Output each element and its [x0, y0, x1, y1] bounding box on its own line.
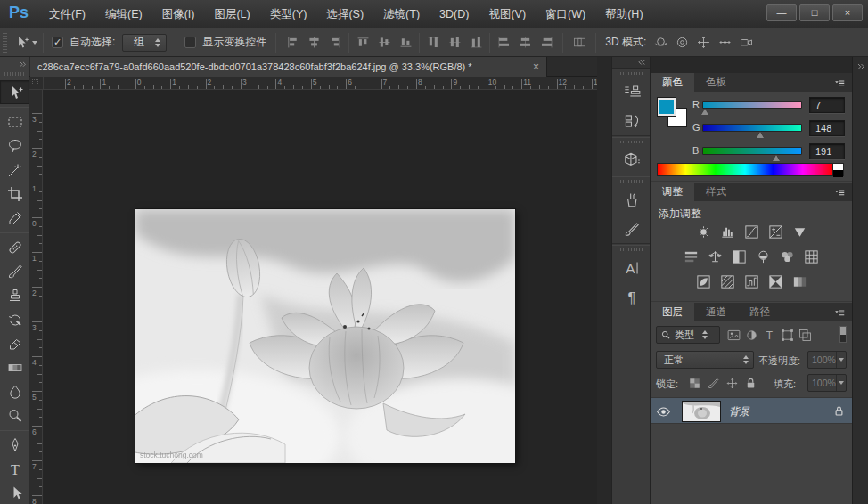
layers-panel-tab-2[interactable]: 通道	[694, 303, 738, 321]
color-panel-tab-1[interactable]: 颜色	[651, 73, 694, 92]
layer-filtering-toggle[interactable]	[839, 326, 847, 343]
dock-panel-tool-presets-button[interactable]	[612, 184, 651, 214]
color-spectrum-ramp[interactable]	[657, 163, 833, 176]
adjustment-gradient-map-button[interactable]	[766, 272, 785, 290]
3d-slide-button[interactable]	[715, 33, 734, 53]
adjustment-invert-button[interactable]	[693, 272, 713, 290]
tool-dodge[interactable]	[0, 403, 29, 427]
dock-panel-character-button[interactable]: A	[612, 253, 651, 282]
menu-item-f[interactable]: 文件(F)	[39, 0, 95, 28]
slider-value-b[interactable]: 191	[809, 143, 845, 159]
tool-spot-healing-brush[interactable]	[0, 235, 29, 259]
align-bottom-button[interactable]	[396, 33, 415, 53]
slider-thumb-b[interactable]	[773, 155, 780, 161]
adjustments-panel-tab-1[interactable]: 调整	[651, 183, 694, 201]
close-button[interactable]: ×	[832, 4, 863, 21]
layer-visibility-toggle[interactable]	[651, 398, 676, 425]
document-tab[interactable]: c286ca7ecc6f7a79-a0afd660aad520fe-dbdcd0…	[30, 57, 547, 77]
dist-top-button[interactable]	[423, 33, 443, 53]
tool-history-brush[interactable]	[0, 307, 29, 331]
3d-zoom-camera-button[interactable]	[736, 33, 756, 53]
adjustment-color-lookup-button[interactable]	[802, 248, 822, 265]
type-layer-filter-button[interactable]: T	[761, 327, 778, 344]
adjustment-color-balance-button[interactable]	[706, 248, 725, 265]
slider-thumb-r[interactable]	[701, 109, 708, 115]
move-tool-preset-icon[interactable]	[12, 33, 31, 53]
dist-v-center-button[interactable]	[445, 33, 464, 53]
menu-item-s[interactable]: 选择(S)	[316, 0, 373, 28]
color-panel-tab-2[interactable]: 色板	[694, 73, 738, 92]
lock-position-button[interactable]	[724, 375, 740, 391]
adjustment-brightness-contrast-button[interactable]	[693, 223, 713, 240]
menu-item-v[interactable]: 视图(V)	[479, 0, 536, 28]
layers-panel-tab-1[interactable]: 图层	[651, 303, 694, 321]
align-v-center-button[interactable]	[374, 33, 394, 53]
slider-thumb-g[interactable]	[757, 132, 764, 138]
adjustment-exposure-button[interactable]	[766, 223, 785, 240]
adjustment-hue-saturation-button[interactable]	[682, 248, 701, 265]
tool-eyedropper[interactable]	[0, 206, 29, 230]
color-panel-flyout-button[interactable]	[831, 73, 848, 92]
collapse-panels-button[interactable]	[855, 61, 867, 72]
tool-crop[interactable]	[0, 182, 29, 206]
ruler-corner[interactable]	[29, 77, 44, 90]
align-right-button[interactable]	[325, 33, 345, 53]
tool-brush[interactable]	[0, 259, 29, 283]
minimize-button[interactable]: —	[766, 4, 797, 21]
dock-gripper[interactable]	[612, 69, 650, 77]
dist-right-button[interactable]	[536, 33, 556, 53]
pixel-layer-filter-button[interactable]	[725, 327, 742, 344]
adjustment-curves-button[interactable]	[741, 223, 761, 240]
3d-roll-button[interactable]	[672, 33, 692, 53]
dock-gripper[interactable]	[612, 246, 650, 253]
menu-item-l[interactable]: 图层(L)	[204, 0, 259, 28]
adjustment-channel-mixer-button[interactable]	[778, 248, 798, 265]
dock-panel-brush-presets-button[interactable]	[612, 214, 651, 243]
menu-item-y[interactable]: 类型(Y)	[260, 0, 317, 28]
menu-item-e[interactable]: 编辑(E)	[95, 0, 152, 28]
auto-select-target-dropdown[interactable]: 组	[122, 34, 167, 52]
layer-thumbnail[interactable]	[682, 401, 721, 422]
show-transform-checkbox[interactable]	[184, 37, 196, 48]
tool-blur[interactable]	[0, 379, 29, 403]
tool-quick-selection[interactable]	[0, 158, 29, 182]
3d-orbit-button[interactable]	[651, 33, 670, 53]
dist-bottom-button[interactable]	[466, 33, 486, 53]
adjustment-vibrance-button[interactable]	[790, 223, 809, 240]
options-bar-gripper[interactable]	[3, 33, 7, 53]
dock-panel-3d-button[interactable]	[612, 145, 651, 175]
toolbox-gripper[interactable]	[4, 72, 25, 76]
opacity-dropdown[interactable]: 100%	[807, 351, 847, 369]
lock-all-button[interactable]	[742, 375, 758, 391]
layers-panel-tab-3[interactable]: 路径	[738, 303, 782, 321]
horizontal-ruler[interactable]: 21012345678910111213	[44, 77, 597, 90]
maximize-button[interactable]: □	[799, 4, 830, 21]
toolbox-collapse-button[interactable]	[0, 59, 29, 69]
dock-panel-paragraph-button[interactable]: ¶	[612, 282, 651, 312]
align-left-button[interactable]	[283, 33, 302, 53]
align-top-button[interactable]	[353, 33, 373, 53]
adjustments-panel-tab-2[interactable]: 样式	[694, 183, 738, 201]
slider-track-g[interactable]	[702, 124, 802, 132]
foreground-color-swatch[interactable]	[657, 97, 676, 117]
dock-panel-clone-source-button[interactable]	[612, 77, 651, 106]
adjustment-threshold-button[interactable]	[741, 272, 761, 290]
tool-horizontal-type[interactable]: T	[0, 457, 29, 481]
layers-panel-flyout-button[interactable]	[831, 303, 848, 321]
shape-layer-filter-button[interactable]	[779, 327, 796, 344]
white-black-ramp[interactable]	[833, 163, 844, 176]
expand-panels-button[interactable]	[612, 57, 650, 69]
dock-panel-history-state-button[interactable]	[612, 106, 651, 135]
adjustment-photo-filter-button[interactable]	[754, 248, 774, 265]
dist-h-center-button[interactable]	[515, 33, 535, 53]
adjustments-panel-flyout-button[interactable]	[831, 183, 848, 201]
canvas-image[interactable]: stock.tuchong.com	[135, 209, 515, 463]
tool-gradient[interactable]	[0, 355, 29, 379]
adjustment-selective-color-button[interactable]	[790, 272, 809, 290]
slider-value-g[interactable]: 148	[809, 120, 845, 136]
adjustment-levels-button[interactable]	[717, 223, 737, 240]
align-h-center-button[interactable]	[304, 33, 323, 53]
slider-value-r[interactable]: 7	[809, 97, 845, 113]
adjustment-layer-filter-button[interactable]	[743, 327, 760, 344]
lock-transparency-button[interactable]	[686, 375, 702, 391]
